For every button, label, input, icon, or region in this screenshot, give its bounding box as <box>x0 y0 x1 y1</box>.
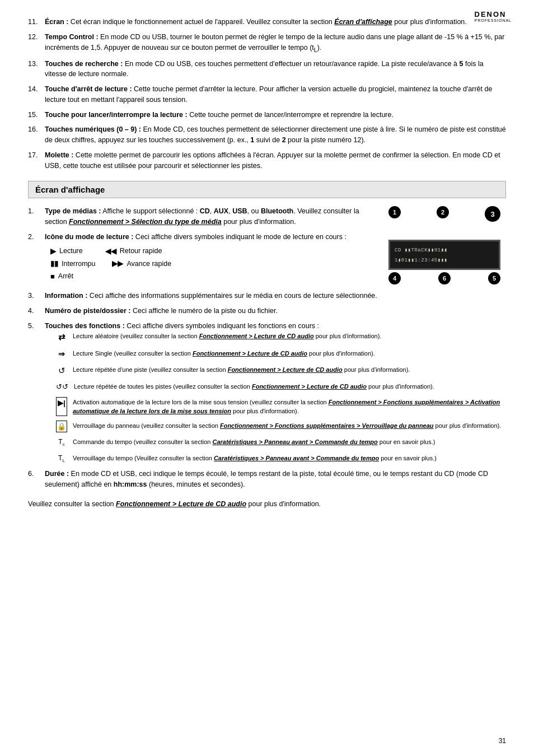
tempo-lock-icon: TL <box>56 453 67 464</box>
main-list: 11. Écran : Cet écran indique le fonctio… <box>28 17 506 171</box>
link-repeat-all[interactable]: Fonctionnement > Lecture de CD audio <box>252 383 367 390</box>
screen-num-6: 6. <box>28 469 34 479</box>
repeat-one-text: Lecture répétée d'une piste (veuillez co… <box>73 365 410 377</box>
play-row-2: ▮▮ Interrompu ▶▶ Avance rapide <box>50 258 372 269</box>
item-num-16: 16. <box>28 124 38 135</box>
screen-label-2: Icône du mode de lecture : <box>45 233 133 241</box>
link-fonctionnement-selection[interactable]: Fonctionnement > Sélection du type de mé… <box>69 218 222 226</box>
lcd-row-2: 1▮01▮▮1:23:45▮▮▮ <box>395 255 494 265</box>
screen-section: 1. Type de médias : Affiche le support s… <box>28 206 506 287</box>
link-random[interactable]: Fonctionnement > Lecture de CD audio <box>199 333 314 339</box>
forward-label: Avance rapide <box>127 259 171 269</box>
list-item-12: 12. Tempo Control : En mode CD ou USB, t… <box>28 32 506 54</box>
pause-label: Interrompu <box>62 259 95 269</box>
link-single[interactable]: Fonctionnement > Lecture de CD audio <box>193 350 307 357</box>
screen-label-6: Durée : <box>45 470 69 478</box>
screen-item-5: 5. Touches des fonctions : Ceci affiche … <box>28 321 506 465</box>
list-item-11: 11. Écran : Cet écran indique le fonctio… <box>28 17 506 27</box>
item-label-16: Touches numériques (0 – 9) : <box>45 125 141 133</box>
screen-item-3: 3. Information : Ceci affiche des inform… <box>28 291 506 301</box>
item-label-14: Touche d'arrêt de lecture : <box>45 85 132 93</box>
tempo-lock-text: Verrouillage du tempo (Veuillez consulte… <box>73 453 437 464</box>
play-row-1: ▶ Lecture ◀◀ Retour rapide <box>50 246 372 257</box>
link-autoplay[interactable]: Fonctionnement > Fonctions supplémentair… <box>73 399 500 415</box>
item-num-11: 11. <box>28 17 38 27</box>
play-stop: ■ Arrêt <box>50 271 73 282</box>
screen-item-4: 4. Numéro de piste/dossier : Ceci affich… <box>28 306 506 316</box>
circle-1: 1 <box>388 206 401 218</box>
screen-image: 1 2 3 CD ▮▮TRaCK▮▮01▮▮ 1▮01▮▮1:23:45▮▮▮ … <box>383 206 506 287</box>
stop-label: Arrêt <box>58 271 73 282</box>
item-num-12: 12. <box>28 32 38 43</box>
screen-label-1: Type de médias : <box>45 207 101 215</box>
circle-2: 2 <box>437 206 449 218</box>
link-repeat-one[interactable]: Fonctionnement > Lecture de CD audio <box>228 366 343 373</box>
list-item-15: 15. Touche pour lancer/interrompre la le… <box>28 110 506 120</box>
play-forward: ▶▶ Avance rapide <box>112 258 171 269</box>
single-icon: ⇒ <box>56 348 67 360</box>
rewind-label: Retour rapide <box>120 246 162 256</box>
func-tempo-ctrl: Tc Commande du tempo (veuillez consulter… <box>56 437 506 448</box>
item-label-13: Touches de recherche : <box>45 60 123 68</box>
play-play: ▶ Lecture <box>50 246 83 257</box>
list-item-16: 16. Touches numériques (0 – 9) : En Mode… <box>28 124 506 146</box>
func-random: ⇄ Lecture aléatoire (veuillez consulter … <box>56 331 506 344</box>
autoplay-icon: ▶| <box>56 397 67 416</box>
link-tempo-lock[interactable]: Caratéristiques > Panneau avant > Comman… <box>214 455 379 461</box>
play-row-3: ■ Arrêt <box>50 271 372 282</box>
rewind-icon: ◀◀ <box>105 246 116 257</box>
screen-item-1: 1. Type de médias : Affiche le support s… <box>28 206 372 227</box>
bottom-circles: 4 6 5 <box>388 272 500 284</box>
item-num-17: 17. <box>28 150 38 161</box>
item-num-13: 13. <box>28 59 38 69</box>
screen-num-2: 2. <box>28 232 34 242</box>
tempo-ctrl-icon: Tc <box>56 437 67 448</box>
link-tempo-ctrl[interactable]: Caratéristiques > Panneau avant > Comman… <box>212 438 377 445</box>
play-icon: ▶ <box>50 246 56 257</box>
random-text: Lecture aléatoire (veuillez consulter la… <box>73 331 381 344</box>
func-autoplay: ▶| Activation automatique de la lecture … <box>56 397 506 416</box>
repeat-all-icon: ↺↺ <box>56 381 68 393</box>
lcd-row-1: CD ▮▮TRaCK▮▮01▮▮ <box>395 245 494 255</box>
stop-icon: ■ <box>50 271 55 282</box>
func-tempo-lock: TL Verrouillage du tempo (Veuillez consu… <box>56 453 506 464</box>
forward-icon: ▶▶ <box>112 258 123 269</box>
link-ecran[interactable]: Écran d'affichage <box>334 18 392 26</box>
circle-4: 4 <box>388 272 401 284</box>
screen-list-2: 3. Information : Ceci affiche des inform… <box>28 291 506 490</box>
screen-item-2: 2. Icône du mode de lecture : Ceci affic… <box>28 232 372 282</box>
lock-icon: 🔒 <box>56 421 67 433</box>
list-item-13: 13. Touches de recherche : En mode CD ou… <box>28 59 506 80</box>
play-rewind: ◀◀ Retour rapide <box>105 246 162 257</box>
screen-label-5: Touches des fonctions : <box>45 322 125 330</box>
section-header: Écran d'affichage <box>28 181 506 198</box>
autoplay-text: Activation automatique de la lecture lor… <box>73 397 506 416</box>
screen-label-3: Information : <box>45 292 87 300</box>
item-num-15: 15. <box>28 110 38 120</box>
func-lock: 🔒 Verrouillage du panneau (veuillez cons… <box>56 421 506 433</box>
list-item-17: 17. Molette : Cette molette permet de pa… <box>28 150 506 171</box>
play-modes: ▶ Lecture ◀◀ Retour rapide ▮▮ Interrompu <box>50 246 372 282</box>
random-icon: ⇄ <box>56 331 67 344</box>
play-label: Lecture <box>59 246 83 256</box>
func-repeat-all: ↺↺ Lecture répétée de toutes les pistes … <box>56 381 506 393</box>
link-lock[interactable]: Fonctionnement > Fonctions supplémentair… <box>220 422 434 429</box>
circle-3: 3 <box>485 206 500 222</box>
func-single: ⇒ Lecture Single (veuillez consulter la … <box>56 348 506 360</box>
func-repeat-one: ↺ Lecture répétée d'une piste (veuillez … <box>56 365 506 377</box>
item-label-11: Écran : <box>45 18 68 26</box>
tempo-ctrl-text: Commande du tempo (veuillez consulter la… <box>73 437 435 448</box>
lcd-text-2: 1▮01▮▮1:23:45▮▮▮ <box>395 257 448 263</box>
page-number: 31 <box>499 737 506 745</box>
section-title: Écran d'affichage <box>35 185 105 194</box>
play-pause: ▮▮ Interrompu <box>50 258 95 269</box>
screen-item-6: 6. Durée : En mode CD et USB, ceci indiq… <box>28 469 506 490</box>
pause-icon: ▮▮ <box>50 258 58 269</box>
link-footer[interactable]: Fonctionnement > Lecture de CD audio <box>116 500 246 508</box>
item-label-12: Tempo Control : <box>45 33 99 41</box>
screen-num-4: 4. <box>28 306 34 316</box>
list-item-14: 14. Touche d'arrêt de lecture : Cette to… <box>28 84 506 105</box>
screen-num-5: 5. <box>28 321 34 332</box>
item-num-14: 14. <box>28 84 38 95</box>
item-label-15: Touche pour lancer/interrompre la lectur… <box>45 111 188 119</box>
